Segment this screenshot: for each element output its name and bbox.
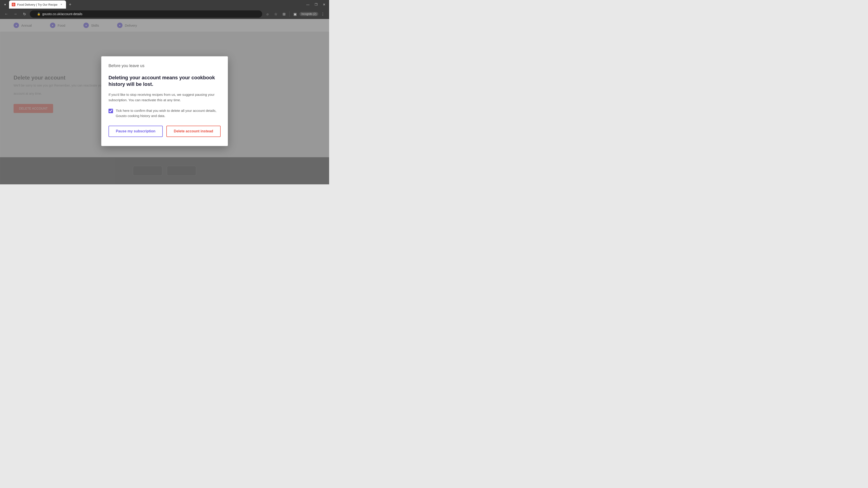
tab-bar: ▾ G Food Delivery | Try Our Recipe × + —… (0, 0, 329, 9)
sidebar-icon: ▣ (293, 12, 297, 16)
pause-subscription-button[interactable]: Pause my subscription (108, 126, 163, 137)
confirm-checkbox[interactable] (108, 109, 113, 113)
new-tab-button[interactable]: + (67, 1, 73, 8)
extensions-button[interactable]: ⊞ (280, 10, 287, 18)
forward-icon: → (13, 12, 17, 16)
tab-favicon: G (12, 3, 16, 6)
star-icon: ☆ (274, 12, 277, 16)
back-icon: ← (4, 12, 8, 16)
forward-button[interactable]: → (12, 10, 19, 18)
maximize-icon: ❐ (315, 3, 318, 6)
tab-title: Food Delivery | Try Our Recipe (17, 3, 57, 6)
back-button[interactable]: ← (3, 10, 10, 18)
menu-icon: ⋮ (321, 12, 324, 16)
modal-title: Before you leave us (108, 64, 221, 68)
minimize-button[interactable]: — (305, 1, 311, 8)
delete-account-button[interactable]: Delete account instead (166, 126, 221, 137)
bookmark-button[interactable]: ☆ (272, 10, 279, 18)
active-tab[interactable]: G Food Delivery | Try Our Recipe × (9, 0, 66, 8)
before-you-leave-modal: Before you leave us Deleting your accoun… (101, 56, 228, 146)
minimize-icon: — (306, 3, 309, 6)
url-text: gousto.co.uk/account-details (42, 12, 82, 16)
search-icon: ⌕ (267, 12, 269, 16)
sidebar-button[interactable]: ▣ (291, 10, 299, 18)
tab-switcher-button[interactable]: ▾ (2, 1, 8, 8)
toolbar-icons: ⌕ ☆ ⊞ ▣ Incognito (2) ⋮ (264, 10, 327, 18)
modal-headline: Deleting your account means your cookboo… (108, 74, 221, 88)
search-icon-button[interactable]: ⌕ (264, 10, 271, 18)
window-controls: — ❐ ✕ (305, 1, 327, 8)
reload-icon: ↻ (23, 12, 26, 16)
menu-button[interactable]: ⋮ (319, 10, 327, 18)
confirm-checkbox-row: Tick here to confirm that you wish to de… (108, 108, 221, 119)
checkbox-label: Tick here to confirm that you wish to de… (116, 108, 221, 119)
url-bar[interactable]: 🔒 gousto.co.uk/account-details (30, 10, 262, 18)
tab-switcher-icon: ▾ (4, 3, 6, 6)
pause-button-label: Pause my subscription (116, 129, 155, 133)
close-window-icon: ✕ (323, 3, 326, 6)
reload-button[interactable]: ↻ (21, 10, 28, 18)
close-window-button[interactable]: ✕ (321, 1, 327, 8)
secure-lock-icon: 🔒 (37, 12, 40, 15)
browser-chrome: ▾ G Food Delivery | Try Our Recipe × + —… (0, 0, 329, 19)
puzzle-icon: ⊞ (283, 12, 285, 16)
modal-actions: Pause my subscription Delete account ins… (108, 126, 221, 137)
delete-button-label: Delete account instead (174, 129, 213, 133)
close-icon: × (61, 3, 62, 6)
new-tab-icon: + (69, 2, 71, 7)
maximize-button[interactable]: ❐ (313, 1, 319, 8)
address-bar: ← → ↻ 🔒 gousto.co.uk/account-details ⌕ ☆… (0, 9, 329, 19)
incognito-badge: Incognito (2) (300, 12, 318, 16)
tab-close-button[interactable]: × (59, 2, 63, 6)
modal-body: If you'd like to stop receiving recipes … (108, 92, 221, 103)
